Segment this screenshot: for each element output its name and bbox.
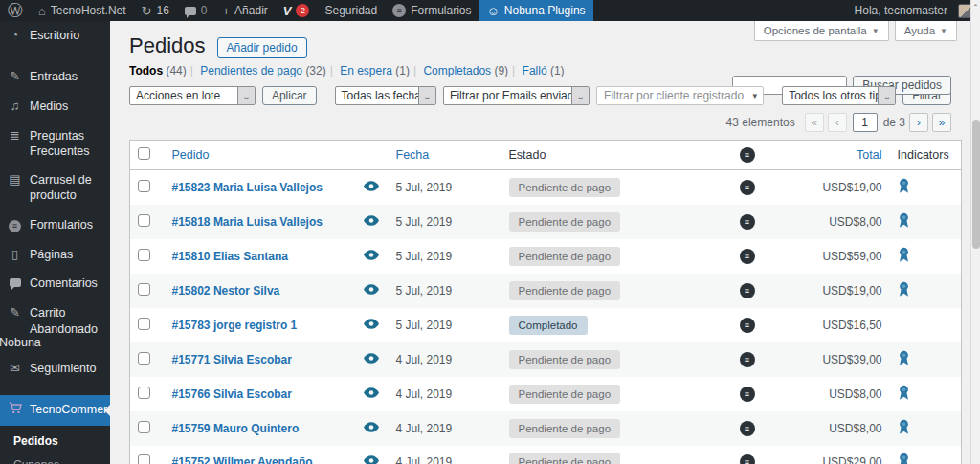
preview-eye-icon[interactable] [364, 284, 379, 295]
admin-bar: Ⓦ ⌂ TecnoHost.Net ↻ 16 0 + Añadir V 2 Se… [0, 0, 980, 21]
sidebar-item-carrusel[interactable]: ▤ Carrusel de producto [0, 166, 110, 210]
security-menu[interactable]: Seguridad [317, 0, 385, 21]
order-row: #15766 Silvia Escobar 4 Jul, 2019 Pendie… [130, 377, 962, 411]
account-menu[interactable]: Hola, tecnomaster [847, 4, 980, 18]
first-page-button[interactable]: « [805, 113, 824, 132]
filter-pendientes[interactable]: Pendientes de pago (32) [200, 64, 325, 77]
help-button[interactable]: Ayuda ▼ [895, 21, 957, 41]
plugin-v-menu[interactable]: V 2 [276, 0, 318, 21]
sidebar-item-formularios[interactable]: ≡ Formularios [0, 210, 110, 240]
note-circle-icon[interactable]: ≡ [740, 454, 755, 464]
customer-filter-combobox[interactable]: Filtrar por cliente registrado [596, 86, 764, 105]
scrollbar-thumb[interactable] [972, 120, 980, 249]
status-badge: Pendiente de pago [509, 178, 621, 197]
types-select[interactable]: Todos los otros tipos [782, 86, 896, 105]
row-checkbox[interactable] [138, 249, 150, 261]
submenu-item-pedidos[interactable]: Pedidos [0, 430, 110, 454]
filter-en-espera[interactable]: En espera (1) [340, 64, 410, 77]
current-page-input[interactable]: 1 [853, 113, 878, 132]
filter-completados[interactable]: Completados (9) [423, 64, 508, 77]
bulk-actions-select[interactable]: Acciones en lote [129, 86, 256, 105]
note-circle-icon[interactable]: ≡ [740, 318, 755, 333]
sidebar-item-escritorio[interactable]: ◔ Escritorio [0, 21, 110, 51]
note-circle-icon[interactable]: ≡ [740, 180, 755, 195]
order-link[interactable]: #15771 Silvia Escobar [172, 353, 292, 366]
preview-eye-icon[interactable] [364, 455, 379, 464]
select-all-checkbox-cell [130, 141, 165, 170]
sidebar-item-tecnocommerce[interactable]: TecnoCommerce [0, 395, 110, 426]
preview-eye-icon[interactable] [364, 181, 379, 191]
scroll-up-icon[interactable]: ˆ [971, 0, 980, 12]
note-circle-icon[interactable]: ≡ [740, 249, 755, 264]
column-header-total[interactable]: Total [804, 141, 890, 170]
row-checkbox[interactable] [138, 214, 150, 227]
sidebar-item-carrito-abandonado[interactable]: ✎ Carrito Abandonado Nobuna [0, 298, 110, 354]
preview-eye-icon[interactable] [364, 422, 379, 432]
order-link[interactable]: #15823 Maria Luisa Vallejos [172, 181, 323, 194]
list-icon: ≣ [8, 128, 22, 160]
sidebar-label: Carrito Abandonado Nobuna [30, 305, 104, 337]
sidebar-item-paginas[interactable]: ▯ Páginas [0, 240, 110, 270]
active-menu-arrow [99, 405, 110, 416]
preview-eye-icon[interactable] [364, 387, 379, 398]
row-checkbox[interactable] [138, 454, 150, 464]
forms-menu[interactable]: ≡ Formularios [385, 0, 479, 21]
order-link[interactable]: #15818 Maria Luisa Vallejos [172, 215, 323, 229]
order-link[interactable]: #15766 Silvia Escobar [172, 387, 292, 401]
wordpress-menu[interactable]: Ⓦ [0, 0, 31, 21]
order-link[interactable]: #15759 Mauro Quintero [172, 422, 300, 435]
prev-page-button[interactable]: ‹ [828, 113, 847, 132]
order-link[interactable]: #15752 Willmer Avendaño [172, 455, 313, 464]
preview-eye-icon[interactable] [364, 353, 379, 364]
order-total: USD$19,00 [822, 284, 881, 298]
site-link[interactable]: ⌂ TecnoHost.Net [31, 0, 134, 21]
order-total: USD$8,00 [829, 422, 881, 435]
column-header-pedido[interactable]: Pedido [165, 141, 356, 170]
emails-filter-select[interactable]: Filtrar por Emails enviados/e [443, 86, 590, 105]
select-all-checkbox[interactable] [138, 147, 150, 160]
status-badge: Pendiente de pago [509, 350, 621, 369]
column-header-fecha[interactable]: Fecha [389, 141, 501, 170]
filter-fallo[interactable]: Falló (1) [523, 64, 565, 77]
sidebar-item-preguntas-frecuentes[interactable]: ≣ Preguntas Frecuentes [0, 122, 110, 166]
row-checkbox[interactable] [138, 352, 150, 365]
order-link[interactable]: #15783 jorge registro 1 [172, 319, 298, 332]
screen-options-button[interactable]: Opciones de pantalla ▼ [754, 21, 889, 41]
note-circle-icon[interactable]: ≡ [740, 387, 755, 402]
separator: | [330, 64, 333, 77]
next-page-button[interactable]: › [909, 113, 928, 132]
column-header-note: ≡ [691, 141, 804, 170]
row-checkbox[interactable] [138, 421, 150, 433]
nobuna-plugins-menu[interactable]: ☺ Nobuna Plugins [479, 0, 593, 21]
comments-link[interactable]: 0 [177, 0, 215, 21]
order-link[interactable]: #15810 Elias Santana [172, 250, 288, 263]
row-checkbox[interactable] [138, 318, 150, 330]
carousel-icon: ▤ [8, 172, 22, 204]
scrollbar[interactable]: ˆ [970, 0, 980, 464]
sidebar-item-comentarios[interactable]: Comentarios [0, 269, 110, 298]
greeting: Hola, tecnomaster [855, 4, 947, 17]
note-circle-icon[interactable]: ≡ [740, 352, 755, 367]
last-page-button[interactable]: » [932, 113, 951, 132]
preview-eye-icon[interactable] [364, 319, 379, 329]
dates-select[interactable]: Todas las fechas [335, 86, 436, 105]
row-checkbox[interactable] [138, 180, 150, 192]
note-circle-icon[interactable]: ≡ [740, 421, 755, 436]
row-checkbox[interactable] [138, 387, 150, 399]
add-new-menu[interactable]: + Añadir [215, 0, 276, 21]
sidebar-item-medios[interactable]: ♫ Medios [0, 92, 110, 122]
note-circle-icon[interactable]: ≡ [740, 283, 755, 298]
row-checkbox[interactable] [138, 283, 150, 296]
submenu-item-cupones[interactable]: Cupones [0, 453, 110, 464]
sidebar-item-entradas[interactable]: ✎ Entradas [0, 62, 110, 92]
updates-link[interactable]: ↻ 16 [134, 0, 177, 21]
filter-todos[interactable]: Todos (44) [129, 64, 187, 77]
preview-eye-icon[interactable] [364, 215, 379, 226]
apply-button[interactable]: Aplicar [262, 86, 317, 105]
preview-eye-icon[interactable] [364, 250, 379, 260]
note-circle-icon[interactable]: ≡ [740, 214, 755, 230]
order-link[interactable]: #15802 Nestor Silva [172, 284, 280, 298]
sidebar-item-seguimiento[interactable]: ✉ Seguimiento [0, 354, 110, 384]
formidable-icon: ≡ [8, 217, 22, 233]
add-order-button[interactable]: Añadir pedido [217, 37, 307, 58]
